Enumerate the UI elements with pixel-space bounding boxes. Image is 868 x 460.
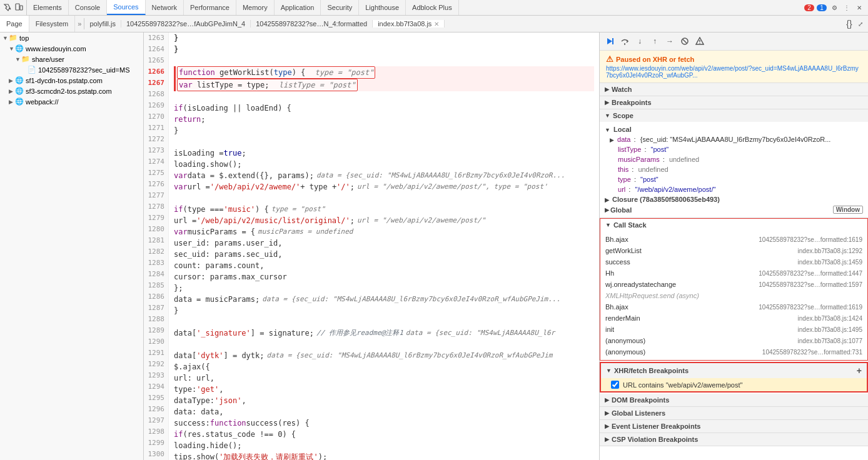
cs-fn-wj: wj.onreadystatechange xyxy=(605,281,676,288)
xhr-bp-header[interactable]: ▼ XHR/fetch Breakpoints + xyxy=(601,363,867,378)
tree-item-sf3[interactable]: ▶ 🌐 sf3-scmcdn2-tos.pstatp.com xyxy=(0,86,143,96)
pause-exceptions-btn[interactable] xyxy=(694,35,706,48)
cs-item-init[interactable]: init index.bb7f3a08.js:1495 xyxy=(600,324,867,335)
tree-item-iesdouyin[interactable]: ▼ 🌐 www.iesdouyin.com xyxy=(0,43,143,54)
tab-security[interactable]: Security xyxy=(321,0,359,15)
xhr-bp-add-btn[interactable]: + xyxy=(857,366,862,376)
code-line-1279: url = '/web/api/v2/music/list/original/'… xyxy=(174,215,594,226)
watch-header[interactable]: ▶ Watch xyxy=(600,83,868,96)
scope-global-group[interactable]: ▶ Global Window xyxy=(600,204,868,215)
expand-icon[interactable]: ⤢ xyxy=(855,19,865,29)
device-icon[interactable] xyxy=(14,2,24,12)
folder-icon-2: 📁 xyxy=(21,55,30,63)
tree-item-sf1[interactable]: ▶ 🌐 sf1-dycdn-tos.pstatp.com xyxy=(0,75,143,86)
scope-item-this: this : undefined xyxy=(600,164,868,174)
xhr-bp-checkbox[interactable] xyxy=(611,381,619,389)
code-line-1283: count: params.count, xyxy=(174,260,594,271)
code-line-1290 xyxy=(174,339,594,350)
settings-icon[interactable]: ⚙ xyxy=(829,2,839,12)
step-over-btn[interactable] xyxy=(618,35,631,48)
event-listeners-section: ▶ Event Listener Breakpoints xyxy=(600,420,868,433)
tree-item-secfile[interactable]: ▶ 📄 1042558978232?sec_uid=MS xyxy=(0,64,143,75)
tab-console[interactable]: Console xyxy=(69,0,107,15)
scope-listtype-key: listType xyxy=(618,146,641,153)
arrow-webpack: ▶ xyxy=(9,99,15,105)
breakpoints-header[interactable]: ▶ Breakpoints xyxy=(600,96,868,109)
scope-closure-label: Closure (78a3850f5800635eb493) xyxy=(612,196,720,203)
cs-item-anon2[interactable]: (anonymous) 1042558978232?se…formatted:7… xyxy=(600,346,867,358)
tree-item-shareuser[interactable]: ▼ 📁 share/user xyxy=(0,54,143,64)
scope-item-data[interactable]: ▶ data : {sec_uid: "MS4wLjABAAAA8U_l6rBz… xyxy=(600,134,868,144)
format-icon[interactable]: {} xyxy=(844,19,854,29)
csp-header[interactable]: ▶ CSP Violation Breakpoints xyxy=(600,433,868,446)
tree-item-top[interactable]: ▼ 📁 top xyxy=(0,32,143,43)
call-stack-header[interactable]: ▼ Call Stack xyxy=(600,219,867,231)
code-line-1263: } xyxy=(174,32,594,44)
cs-item-anon1[interactable]: (anonymous) index.bb7f3a08.js:1077 xyxy=(600,335,867,346)
file-tree: ▼ 📁 top ▼ 🌐 www.iesdouyin.com ▼ 📁 share/… xyxy=(0,32,143,460)
xhr-bp-arrow: ▼ xyxy=(606,368,612,374)
inspect-icon[interactable] xyxy=(3,2,13,12)
sources-subtoolbar: Page Filesystem » polyfill.js 1042558978… xyxy=(0,16,868,32)
code-line-1285: }; xyxy=(174,282,594,294)
xhr-notice-url[interactable]: https://www.iesdouyin.com/web/api/v2/awe… xyxy=(606,65,862,79)
scope-closure-group[interactable]: ▶ Closure (78a3850f5800635eb493) xyxy=(600,194,868,204)
cs-item-bh-ajax2[interactable]: Bh.ajax 1042558978232?se…formatted:1619 xyxy=(600,301,867,312)
tree-item-webpack[interactable]: ▶ 🌐 webpack:// xyxy=(0,96,143,107)
file-tab-2[interactable]: 1042558978232?se…N_4:formatted xyxy=(251,20,373,28)
file-icon: 📄 xyxy=(28,66,36,74)
scope-global-label: Global xyxy=(610,206,632,214)
tree-label-top: top xyxy=(19,34,29,42)
more-icon[interactable]: ⋮ xyxy=(842,2,852,12)
cs-item-wj[interactable]: wj.onreadystatechange 1042558978232?se…f… xyxy=(600,279,867,290)
file-tab-polyfill[interactable]: polyfill.js xyxy=(84,20,121,28)
tab-application[interactable]: Application xyxy=(275,0,321,15)
step-into-btn[interactable]: ↓ xyxy=(633,35,646,48)
breakpoints-arrow: ▶ xyxy=(605,99,609,106)
file-tab-1[interactable]: 1042558978232?se…fAubGPeJimN_4 xyxy=(121,20,251,28)
subtab-page[interactable]: Page xyxy=(0,16,29,32)
code-line-1284: cursor: params.max_cursor xyxy=(174,271,594,282)
subtab-filesystem[interactable]: Filesystem xyxy=(29,16,76,32)
tab-network[interactable]: Network xyxy=(146,0,184,15)
scope-local-group[interactable]: ▼ Local xyxy=(600,124,868,134)
close-icon[interactable]: ✕ xyxy=(854,2,864,12)
cs-item-success[interactable]: success index.bb7f3a08.js:1459 xyxy=(600,256,867,268)
code-line-1264: } xyxy=(174,44,594,55)
cs-item-rendermain[interactable]: renderMain index.bb7f3a08.js:1424 xyxy=(600,312,867,324)
tab-lighthouse[interactable]: Lighthouse xyxy=(359,0,406,15)
xhr-bp-item-label: URL contains "web/api/v2/aweme/post" xyxy=(623,381,742,389)
resume-btn[interactable] xyxy=(603,35,616,48)
code-line-1269: if (isLoading || loadEnd) { xyxy=(174,102,594,114)
code-line-1298: if (res.status_code !== 0) { xyxy=(174,429,594,440)
error-badge: 2 xyxy=(804,4,814,11)
cs-item-getworklist[interactable]: getWorkList index.bb7f3a08.js:1292 xyxy=(600,245,867,256)
tab-sources[interactable]: Sources xyxy=(107,0,145,15)
tab-memory[interactable]: Memory xyxy=(236,0,275,15)
step-out-btn[interactable]: ↑ xyxy=(648,35,661,48)
scope-header[interactable]: ▼ Scope xyxy=(600,109,868,122)
cs-item-bh-ajax[interactable]: Bh.ajax 1042558978232?se…formatted:1619 xyxy=(600,234,867,245)
code-line-1282: sec_uid: params.sec_uid, xyxy=(174,249,594,260)
add-tab-btn[interactable]: » xyxy=(75,20,84,28)
step-btn[interactable]: → xyxy=(664,35,676,48)
globe-icon: 🌐 xyxy=(15,44,24,52)
file-tab-index[interactable]: index.bb7f3a08.js ✕ xyxy=(373,20,445,28)
global-listeners-header[interactable]: ▶ Global Listeners xyxy=(600,407,868,419)
tab-performance[interactable]: Performance xyxy=(184,0,236,15)
cs-item-xmlhttp[interactable]: XMLHttpRequest.send (async) xyxy=(600,290,867,301)
deactivate-btn[interactable] xyxy=(679,35,691,48)
svg-line-6 xyxy=(683,39,687,43)
close-tab-btn[interactable]: ✕ xyxy=(434,21,439,28)
cs-file-success: index.bb7f3a08.js:1459 xyxy=(798,259,862,266)
scope-mp-colon: : xyxy=(663,156,665,163)
main-content: ▼ 📁 top ▼ 🌐 www.iesdouyin.com ▼ 📁 share/… xyxy=(0,32,868,460)
tab-elements[interactable]: Elements xyxy=(27,0,69,15)
code-line-1287: } xyxy=(174,305,594,316)
cs-item-hh[interactable]: Hh 1042558978232?se…formatted:1447 xyxy=(600,268,867,279)
xhr-bp-item: URL contains "web/api/v2/aweme/post" xyxy=(601,378,867,391)
event-listeners-header[interactable]: ▶ Event Listener Breakpoints xyxy=(600,420,868,432)
dom-bp-header[interactable]: ▶ DOM Breakpoints xyxy=(600,394,868,406)
folder-icon: 📁 xyxy=(9,34,18,42)
tab-adblock[interactable]: Adblock Plus xyxy=(406,0,459,15)
